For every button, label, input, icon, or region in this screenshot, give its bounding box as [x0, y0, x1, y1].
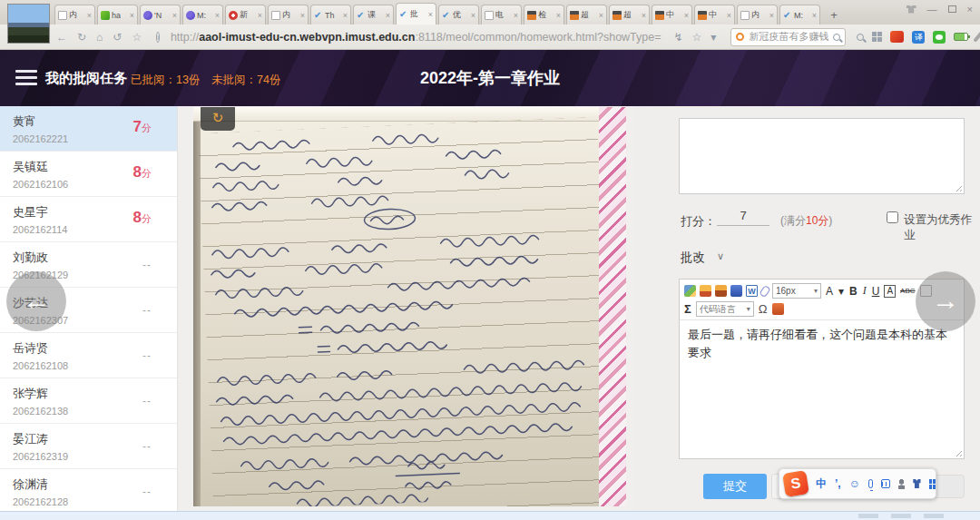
- browser-logo-thumbnail[interactable]: [7, 4, 50, 44]
- browser-tab[interactable]: 超×: [566, 5, 607, 25]
- browser-tab[interactable]: M:×: [182, 5, 223, 25]
- maximize-icon[interactable]: [948, 5, 956, 13]
- highlight-button[interactable]: A: [884, 285, 896, 298]
- close-icon[interactable]: ×: [769, 11, 774, 20]
- new-tab-button[interactable]: +: [824, 6, 844, 25]
- browser-tab-active[interactable]: 批×: [396, 3, 436, 25]
- favorites-star-icon[interactable]: ☆: [132, 31, 142, 44]
- student-row[interactable]: 徐渊清2062162128--: [0, 469, 177, 511]
- close-icon[interactable]: ×: [428, 10, 433, 19]
- next-student-button[interactable]: →: [916, 271, 975, 331]
- close-icon[interactable]: ×: [599, 11, 603, 20]
- minimize-icon[interactable]: —: [927, 4, 937, 15]
- close-icon[interactable]: ×: [130, 11, 134, 20]
- browser-tab[interactable]: 中×: [694, 5, 735, 25]
- browser-tab[interactable]: Th×: [310, 5, 351, 25]
- font-color-button[interactable]: A: [825, 285, 834, 298]
- close-icon[interactable]: ×: [684, 11, 689, 20]
- close-icon[interactable]: ×: [343, 11, 348, 20]
- ime-account-icon[interactable]: [898, 479, 906, 489]
- browser-tab[interactable]: 中×: [652, 5, 692, 25]
- close-icon[interactable]: ×: [172, 11, 177, 20]
- sogou-logo-icon[interactable]: S: [782, 470, 809, 497]
- close-icon[interactable]: ×: [87, 11, 92, 20]
- score-input[interactable]: [717, 206, 769, 226]
- ime-punctuation-toggle[interactable]: ’,: [835, 478, 841, 489]
- bold-button[interactable]: B: [848, 285, 858, 298]
- close-icon[interactable]: ×: [727, 11, 731, 20]
- italic-button[interactable]: I: [862, 284, 867, 298]
- close-icon[interactable]: ×: [642, 11, 646, 20]
- rotate-icon[interactable]: ↺: [113, 31, 122, 44]
- reply-textarea[interactable]: [679, 118, 965, 194]
- close-icon[interactable]: ×: [258, 11, 262, 20]
- submit-button[interactable]: 提交: [703, 474, 767, 499]
- ime-skin-icon[interactable]: [913, 479, 920, 488]
- underline-button[interactable]: U: [871, 285, 881, 298]
- close-icon[interactable]: ×: [556, 11, 561, 20]
- ime-language-toggle[interactable]: 中: [816, 478, 827, 489]
- browser-tab[interactable]: 电×: [481, 5, 522, 25]
- apps-grid-icon[interactable]: [872, 32, 882, 42]
- ime-menu-grid-icon[interactable]: [929, 479, 936, 489]
- previous-student-button[interactable]: ←: [6, 271, 66, 331]
- back-icon[interactable]: ←: [56, 31, 67, 44]
- close-window-icon[interactable]: ×: [967, 4, 973, 15]
- special-char-icon[interactable]: Ω: [759, 302, 768, 316]
- address-bar[interactable]: http://aaol-imust-edu-cn.webvpn.imust.ed…: [171, 31, 662, 44]
- review-section-label[interactable]: 批改: [681, 250, 705, 266]
- word-import-icon[interactable]: W: [746, 285, 758, 297]
- browser-tab[interactable]: 内×: [737, 5, 778, 25]
- search-icon[interactable]: [833, 34, 840, 41]
- rotate-image-button[interactable]: ↻: [201, 107, 235, 131]
- student-row[interactable]: 晏江涛2062162319--: [0, 424, 177, 469]
- student-row[interactable]: 史星宇20621621148分: [0, 197, 177, 242]
- student-row[interactable]: 张学辉2062162138--: [0, 378, 177, 424]
- insert-media-icon[interactable]: [684, 285, 696, 297]
- close-icon[interactable]: ×: [386, 11, 390, 20]
- dropdown-caret-icon[interactable]: ▾: [710, 31, 716, 44]
- close-icon[interactable]: ×: [471, 11, 475, 20]
- microphone-icon[interactable]: [868, 479, 873, 488]
- close-icon[interactable]: ×: [514, 11, 518, 20]
- keyboard-icon[interactable]: [881, 479, 890, 488]
- browser-tab[interactable]: 超×: [609, 5, 650, 25]
- font-size-select[interactable]: 16px▾: [772, 283, 821, 299]
- emoji-icon[interactable]: ☺: [849, 478, 860, 489]
- close-icon[interactable]: ×: [812, 11, 817, 20]
- browser-tab[interactable]: 检×: [524, 5, 564, 25]
- browser-tab[interactable]: 新×: [225, 5, 266, 25]
- insert-video-icon[interactable]: [730, 285, 742, 297]
- browser-tab[interactable]: 内×: [54, 5, 95, 25]
- strikethrough-button[interactable]: ABC: [899, 287, 916, 295]
- games-icon[interactable]: [890, 31, 904, 43]
- translate-icon[interactable]: 译: [912, 31, 925, 44]
- theme-skin-icon[interactable]: [906, 5, 916, 14]
- bookmark-star-icon[interactable]: ☆: [692, 31, 702, 44]
- student-row[interactable]: 黄宵20621622217分: [0, 106, 177, 152]
- browser-tab[interactable]: 内×: [268, 5, 309, 25]
- comment-text[interactable]: 最后一题，请再仔细看看，这个问题是本科的基本要求: [680, 320, 964, 438]
- insert-image-icon[interactable]: [700, 285, 711, 297]
- homework-photo[interactable]: ↻: [193, 107, 626, 506]
- find-icon[interactable]: [857, 34, 864, 41]
- close-icon[interactable]: ×: [300, 11, 305, 20]
- student-row[interactable]: 岳诗贤2062162108--: [0, 333, 177, 378]
- code-language-select[interactable]: 代码语言▾: [696, 301, 754, 317]
- close-icon[interactable]: ×: [215, 11, 220, 20]
- attachment-icon[interactable]: [759, 284, 770, 297]
- formula-icon[interactable]: Σ: [684, 302, 691, 316]
- browser-tab[interactable]: 课×: [353, 5, 394, 25]
- wechat-icon[interactable]: [933, 31, 946, 44]
- refresh-icon[interactable]: ↻: [77, 31, 86, 44]
- battery-icon[interactable]: [954, 33, 968, 41]
- browser-tab[interactable]: 优×: [438, 5, 479, 25]
- browser-tab[interactable]: M:×: [779, 5, 820, 25]
- student-row[interactable]: 吴镇廷20621621068分: [0, 152, 177, 197]
- paste-icon[interactable]: [772, 303, 784, 315]
- font-color-caret-icon[interactable]: ▾: [838, 285, 845, 298]
- wrench-settings-icon[interactable]: [974, 31, 980, 43]
- chevron-down-icon[interactable]: ∨: [717, 250, 724, 262]
- browser-search-box[interactable]: 新冠疫苗有多赚钱: [730, 28, 846, 46]
- browser-tab[interactable]: 'N×: [140, 5, 181, 25]
